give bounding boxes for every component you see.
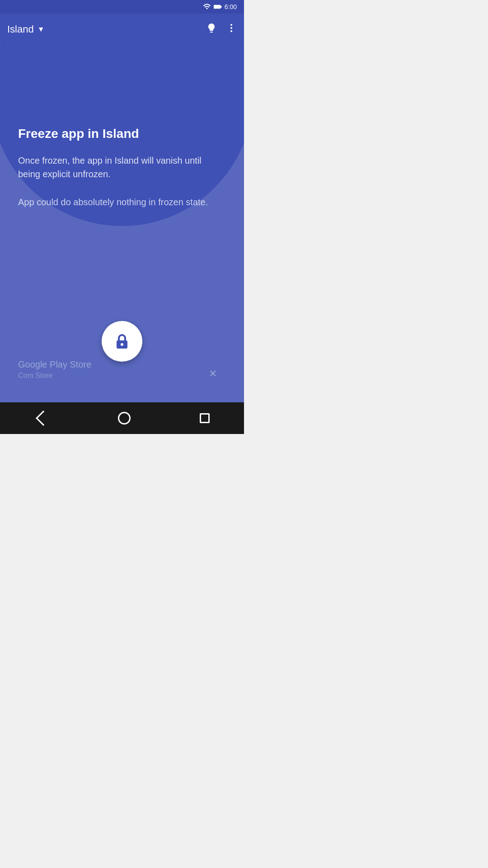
overlay-bottom-app-info: Google Play Store Com Store — [18, 359, 91, 380]
lightbulb-icon[interactable] — [206, 23, 217, 36]
more-options-icon[interactable] — [226, 23, 237, 36]
app-bar: Island ▼ — [0, 14, 244, 45]
dropdown-icon: ▼ — [38, 25, 45, 33]
overlay-note: App could do absolutely nothing in froze… — [18, 195, 226, 209]
status-icons: 6:00 — [203, 3, 237, 10]
app-title: Island — [7, 24, 34, 35]
home-button[interactable] — [118, 412, 131, 425]
navigation-bar — [0, 402, 244, 434]
content-area: Contacts Downloads — [0, 45, 244, 407]
svg-point-2 — [230, 24, 232, 26]
title-group[interactable]: Island ▼ — [7, 24, 206, 35]
freeze-button[interactable] — [102, 321, 142, 362]
lock-icon — [113, 332, 131, 350]
svg-rect-0 — [214, 5, 221, 9]
overlay-bottom-subtitle: Com Store — [18, 372, 91, 380]
overlay-close-hint: ✕ — [209, 368, 217, 380]
back-button[interactable] — [36, 410, 51, 426]
app-bar-actions — [206, 23, 237, 36]
status-bar: 6:00 — [0, 0, 244, 14]
svg-point-3 — [230, 27, 232, 29]
freeze-overlay[interactable]: Freeze app in Island Once frozen, the ap… — [0, 45, 244, 407]
battery-icon — [214, 4, 222, 9]
svg-point-4 — [230, 30, 232, 32]
overlay-title: Freeze app in Island — [18, 127, 226, 141]
recents-button[interactable] — [200, 413, 210, 423]
status-time: 6:00 — [225, 3, 237, 10]
overlay-description: Once frozen, the app in Island will vani… — [18, 154, 226, 181]
overlay-bottom-app-name: Google Play Store — [18, 359, 91, 370]
svg-rect-1 — [221, 6, 221, 8]
wifi-icon — [203, 4, 211, 10]
svg-point-9 — [121, 343, 123, 346]
freeze-button-container — [102, 321, 142, 362]
